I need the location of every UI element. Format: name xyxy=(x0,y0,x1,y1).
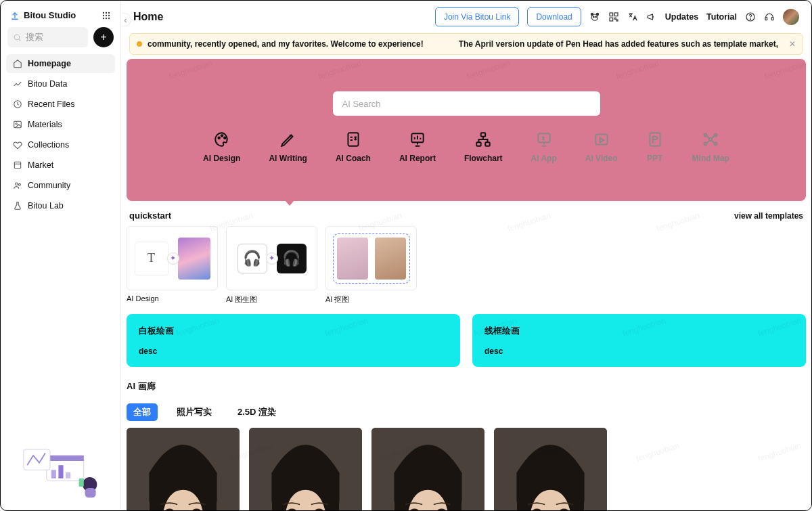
svg-point-28 xyxy=(593,16,594,18)
quickstart-section: quickstart view all templates T ✦ AI Des… xyxy=(121,201,811,510)
big-card-title: 白板绘画 xyxy=(139,325,448,337)
gallery-item[interactable] xyxy=(249,428,362,510)
svg-point-8 xyxy=(108,17,110,18)
nav-bitou-data[interactable]: Bitou Data xyxy=(6,74,115,93)
svg-point-5 xyxy=(108,14,110,16)
svg-point-54 xyxy=(715,143,717,146)
hero: AI Search AI Design AI Writing AI Coach xyxy=(127,59,806,201)
palette-icon xyxy=(213,131,231,148)
page-title: Home xyxy=(133,11,163,23)
tool-ai-report[interactable]: AI Report xyxy=(399,131,436,163)
view-all-templates-link[interactable]: view all templates xyxy=(734,211,803,221)
gallery-item[interactable] xyxy=(371,428,484,510)
nav-label: Recent Files xyxy=(28,99,74,109)
users-icon xyxy=(13,181,22,190)
headset-icon[interactable] xyxy=(764,12,775,22)
gallery-tab-25d[interactable]: 2.5D 渲染 xyxy=(231,403,283,421)
gallery-item[interactable] xyxy=(127,428,240,510)
nav-homepage[interactable]: Homepage xyxy=(6,54,115,73)
notice-left: community, recently opened, and my favor… xyxy=(148,39,424,49)
avatar[interactable] xyxy=(783,9,799,25)
notice-close[interactable]: ✕ xyxy=(789,39,796,49)
tool-ai-design[interactable]: AI Design xyxy=(203,131,240,163)
quickstart-card-cutout[interactable]: AI 抠图 xyxy=(325,226,417,305)
gallery-title: AI 画廊 xyxy=(127,380,806,393)
nav-label: Community xyxy=(28,181,70,190)
svg-point-26 xyxy=(591,13,593,15)
gallery-row xyxy=(127,428,806,510)
tool-ai-app[interactable]: AI App xyxy=(531,131,557,163)
svg-point-52 xyxy=(715,134,717,137)
svg-rect-33 xyxy=(614,18,616,19)
tool-ppt[interactable]: PPT xyxy=(646,131,664,163)
hero-tools: AI Design AI Writing AI Coach AI Report xyxy=(203,131,729,163)
join-link-button[interactable]: Join Via Bitou Link xyxy=(435,7,520,26)
download-button[interactable]: Download xyxy=(527,7,581,26)
main: ‹ Home Join Via Bitou Link Download Upda… xyxy=(121,1,811,510)
flow-icon xyxy=(474,131,492,148)
heart-icon xyxy=(13,140,22,150)
nav-label: Materials xyxy=(28,120,62,129)
quickstart-card-img2img[interactable]: 🎧 ✦ 🎧 AI 图生图 xyxy=(226,226,317,305)
svg-point-39 xyxy=(218,137,220,139)
notice-right: The April version update of Pen Head has… xyxy=(459,39,778,49)
svg-point-29 xyxy=(595,16,597,18)
svg-point-6 xyxy=(103,17,104,18)
chart-icon xyxy=(13,79,22,89)
home-icon xyxy=(13,59,22,68)
search-placeholder: 搜索 xyxy=(26,31,43,43)
search-icon xyxy=(13,33,22,42)
tool-label: AI Writing xyxy=(269,154,307,163)
nav-label: Bitou Lab xyxy=(28,201,64,210)
tool-ai-coach[interactable]: AI Coach xyxy=(336,131,371,163)
nav-recent-files[interactable]: Recent Files xyxy=(6,95,115,114)
nav-collections[interactable]: Collections xyxy=(6,135,115,154)
gallery-item[interactable] xyxy=(494,428,607,510)
nav-label: Bitou Data xyxy=(28,79,67,89)
wireframe-card[interactable]: 线框绘画 desc xyxy=(472,314,806,367)
help-icon[interactable] xyxy=(745,12,756,22)
translate-icon[interactable] xyxy=(627,12,638,22)
svg-point-15 xyxy=(18,183,20,185)
new-button[interactable]: + xyxy=(93,27,114,47)
sidebar-search[interactable]: 搜索 xyxy=(7,27,88,47)
nav-materials[interactable]: Materials xyxy=(6,115,115,134)
svg-point-12 xyxy=(16,123,17,125)
megaphone-icon[interactable] xyxy=(646,12,657,22)
ai-search-input[interactable]: AI Search xyxy=(333,91,600,116)
tool-ai-writing[interactable]: AI Writing xyxy=(269,131,307,163)
nav-market[interactable]: Market xyxy=(6,156,115,175)
svg-point-41 xyxy=(224,137,226,139)
qr-icon[interactable] xyxy=(608,12,619,22)
tool-flowchart[interactable]: Flowchart xyxy=(464,131,503,163)
svg-point-36 xyxy=(750,19,750,20)
svg-rect-18 xyxy=(51,470,55,478)
nav-bitou-lab[interactable]: Bitou Lab xyxy=(6,196,115,215)
svg-point-3 xyxy=(103,14,104,16)
panda-icon[interactable] xyxy=(589,12,600,22)
big-card-title: 线框绘画 xyxy=(484,325,794,337)
presentation-icon xyxy=(409,131,426,148)
tool-ai-video[interactable]: AI Video xyxy=(585,131,618,163)
flask-icon xyxy=(13,201,22,210)
svg-rect-20 xyxy=(66,472,70,478)
apps-grid-icon[interactable] xyxy=(102,11,111,20)
whiteboard-card[interactable]: 白板绘画 desc xyxy=(127,314,460,367)
tutorial-link[interactable]: Tutorial xyxy=(706,12,737,22)
ai-search-placeholder: AI Search xyxy=(342,99,381,109)
nav-community[interactable]: Community xyxy=(6,176,115,195)
gallery-tab-all[interactable]: 全部 xyxy=(127,403,158,421)
sidebar-promo[interactable] xyxy=(6,439,115,504)
nav: Homepage Bitou Data Recent Files Materia… xyxy=(6,54,115,215)
svg-rect-30 xyxy=(610,13,613,16)
svg-rect-42 xyxy=(348,133,358,146)
tool-mindmap[interactable]: Mind Map xyxy=(692,131,729,163)
store-icon xyxy=(13,160,22,170)
quickstart-card-ai-design[interactable]: T ✦ AI Design xyxy=(127,226,218,305)
gallery-tab-photo[interactable]: 照片写实 xyxy=(170,403,219,421)
svg-rect-37 xyxy=(765,18,767,20)
video-icon xyxy=(593,131,610,148)
updates-link[interactable]: Updates xyxy=(665,12,698,22)
tool-label: AI App xyxy=(531,154,557,163)
svg-rect-32 xyxy=(610,18,613,21)
